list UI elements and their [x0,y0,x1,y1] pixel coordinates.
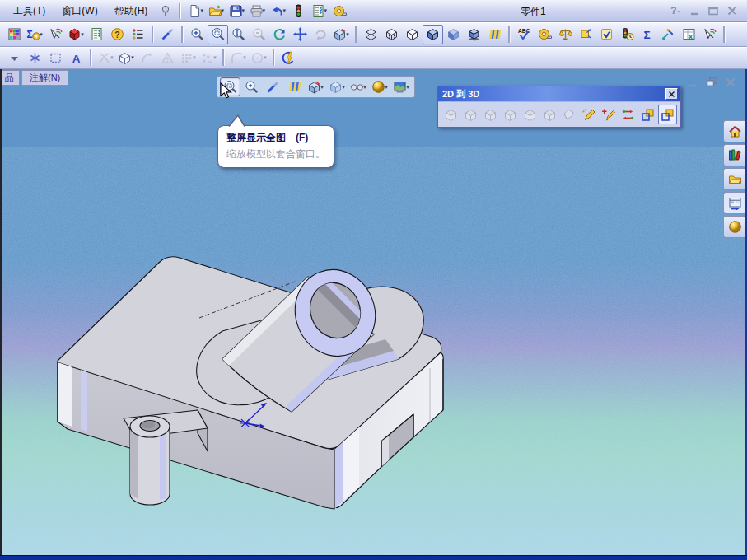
text-A-button[interactable]: A [66,48,86,68]
dropdown-arrow-icon[interactable]: ▾ [212,54,217,61]
dropdown-arrow-icon[interactable]: ▾ [221,7,226,14]
command-tab-2[interactable]: 注解(N) [21,70,68,86]
new-doc-button[interactable]: ▾ [185,1,206,21]
cube-nohidden-button[interactable] [402,25,423,44]
save-floppy-button[interactable]: ▾ [226,1,247,21]
dropdown-arrow-icon[interactable]: ▾ [362,84,367,91]
curvature-stripes-button[interactable] [284,77,305,96]
dropdown-arrow-icon[interactable]: ▾ [241,7,246,14]
wand-button[interactable] [263,77,283,96]
zoom-area-button[interactable] [187,25,208,44]
zoom-fit-button[interactable] [208,25,228,44]
task-pane-tab-file-explorer[interactable] [723,168,745,190]
task-pane-tab-design-library[interactable] [723,144,745,166]
dropdown-arrow-icon[interactable]: ▾ [80,31,85,38]
traffic-light-button[interactable] [288,1,309,21]
instant3d-button[interactable] [278,48,299,68]
cube-outline-button[interactable]: ▾ [116,48,137,68]
panel-title-bar[interactable]: 2D 到 3D [438,86,680,101]
glasses-button[interactable]: ▾ [348,77,369,96]
dropdown-arrow-icon[interactable]: ▾ [405,84,410,91]
dropdown-arrow-icon[interactable]: ▾ [324,7,329,14]
rainbow-pointer-button[interactable] [699,25,720,44]
view-bottom-button[interactable] [521,105,539,124]
zoom-updown-button[interactable] [228,25,249,44]
excel-table-button[interactable]: X [679,25,699,44]
measure-sigma-button[interactable]: Σ▾ [25,25,45,44]
dropdown-arrow-icon[interactable]: ▾ [242,54,247,61]
view-back-button[interactable] [540,105,559,124]
dropdown-arrow-icon[interactable]: ▾ [384,84,389,91]
wand-button[interactable] [157,25,178,44]
pan-button[interactable] [290,25,310,44]
dropdown-arrow-icon[interactable]: ▾ [200,7,205,14]
scales-button[interactable] [555,25,576,44]
extrude-selection-button[interactable] [658,105,677,124]
cube-hidden-button[interactable] [381,25,402,44]
help-question-button[interactable]: ? [107,25,128,44]
section-cube-button[interactable]: ▾ [306,77,326,96]
color-palette-button[interactable] [4,25,25,44]
dropdown-arrow-icon[interactable]: ▾ [345,31,350,38]
view-right-button[interactable] [481,105,500,124]
dropdown-arrow-icon[interactable]: ▾ [262,7,267,14]
panel-close-button[interactable] [665,88,678,100]
dropdown-arrow-icon[interactable]: ▾ [263,54,268,61]
close-button[interactable] [724,4,740,18]
tape-measure-button[interactable] [535,25,555,44]
zoom-area-button[interactable] [241,77,262,96]
align-sketch-button[interactable] [619,105,637,124]
command-tab-1[interactable]: 品 [2,70,20,86]
open-folder-button[interactable]: ▾ [206,1,226,21]
pattern-dots-button[interactable]: ▾ [178,48,198,68]
fillet-button[interactable]: ▾ [228,48,249,68]
curvature-stripes-button[interactable] [484,25,505,44]
cube-shadow-button[interactable] [464,25,484,44]
sensor-pointer-button[interactable] [658,25,679,44]
select-box-button[interactable] [45,48,66,68]
document-restore-button[interactable] [704,76,719,88]
view-top-button[interactable] [461,105,480,124]
refresh-button[interactable] [269,25,290,44]
traffic-clock-button[interactable] [617,25,637,44]
checkbox-button[interactable] [596,25,617,44]
maximize-button[interactable] [705,4,721,18]
sw-cube-button[interactable]: ▾ [66,25,86,44]
menu-item-1[interactable]: 工具(T) [5,2,54,20]
print-button[interactable]: ▾ [247,1,268,21]
dropdown-arrow-icon[interactable]: ▾ [39,31,44,38]
extrude-button[interactable] [638,105,657,124]
checklist-button[interactable]: ▾ [309,1,329,21]
status-list-button[interactable] [128,25,148,44]
convert-button[interactable] [137,48,157,68]
abc-spell-button[interactable]: ABC [514,25,535,44]
dropdown-arrow-icon[interactable]: ▾ [282,7,287,14]
display-cube-button[interactable]: ▾ [327,77,348,96]
pushpin-icon[interactable] [159,4,171,17]
tape-measure-button[interactable] [329,1,350,21]
repair-sketch-button[interactable] [599,105,618,124]
task-pane-tab-appearances[interactable] [723,216,745,238]
trim-button[interactable]: ▾ [96,48,116,68]
scene-screen-button[interactable]: ▾ [391,77,412,96]
sigma-button[interactable]: Σ [637,25,658,44]
document-minimize-button[interactable] [685,76,700,88]
part-model[interactable] [2,69,747,555]
rotate-button[interactable] [310,25,331,44]
lone-dropdown-button[interactable] [4,48,25,68]
create-sketch-button[interactable] [579,105,598,124]
view-left-button[interactable] [501,105,520,124]
cube-shaded-button[interactable] [443,25,464,44]
rainbow-pointer-button[interactable] [45,25,66,44]
appearance-ball-button[interactable]: ▾ [370,77,390,96]
view-front-button[interactable] [441,105,460,124]
dropdown-arrow-icon[interactable]: ▾ [130,54,135,61]
task-pane-tab-view-palette[interactable] [723,192,745,214]
step-pattern-button[interactable]: ▾ [198,48,219,68]
circle-tool-button[interactable]: ▾ [249,48,269,68]
move-box-button[interactable] [576,25,596,44]
dropdown-arrow-icon[interactable]: ▾ [110,54,114,61]
dropdown-arrow-icon[interactable]: ▾ [320,84,324,91]
section-cube-button[interactable]: ▾ [331,25,352,44]
document-close-button[interactable] [723,76,738,88]
